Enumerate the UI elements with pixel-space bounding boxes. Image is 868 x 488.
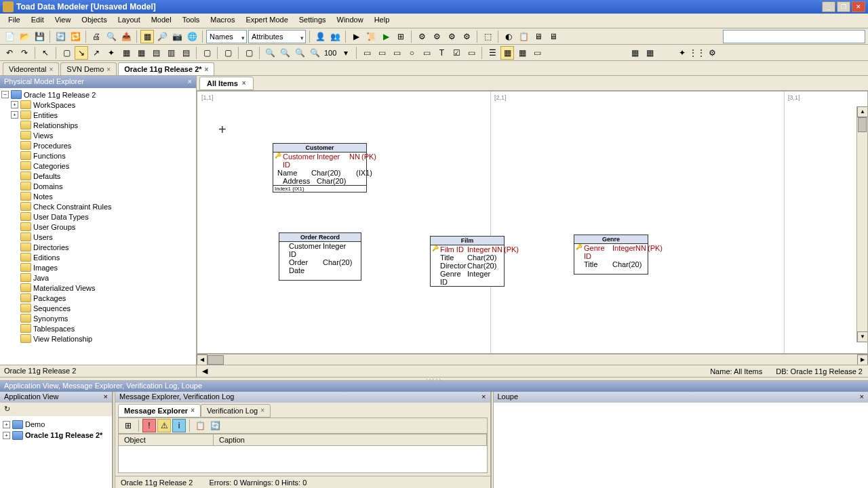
tab-message-explorer[interactable]: Message Explorer× (118, 404, 201, 418)
zoom-fit-icon[interactable]: 🔍 (293, 46, 307, 60)
warning-filter-icon[interactable]: ⚠ (157, 419, 171, 432)
relation7-icon[interactable]: ▥ (164, 46, 178, 60)
menu-layout[interactable]: Layout (113, 14, 146, 28)
menu-objects[interactable]: Objects (76, 14, 112, 28)
pointer-icon[interactable]: ↖ (39, 46, 52, 60)
layer3-icon[interactable]: ▦ (515, 46, 529, 60)
run-icon[interactable]: ▶ (349, 30, 363, 43)
tree-item[interactable]: Synonyms (1, 313, 195, 323)
new-icon[interactable]: 📄 (3, 30, 16, 43)
save-icon[interactable]: 💾 (33, 30, 46, 43)
message-grid[interactable]: Object Caption (118, 434, 488, 473)
model-tab-videorental[interactable]: Videorental× (3, 62, 59, 75)
tree-item[interactable]: Sequences (1, 303, 195, 313)
close-icon[interactable]: × (205, 66, 209, 73)
tool4-icon[interactable]: ⚙ (460, 30, 473, 43)
refresh-icon[interactable]: ↻ (4, 405, 10, 413)
tree-item[interactable]: Tablespaces (1, 323, 195, 333)
tree-item[interactable]: Procedures (1, 140, 195, 150)
export-icon[interactable]: 📤 (119, 30, 133, 43)
tree-toggle[interactable]: + (3, 421, 10, 428)
close-icon[interactable]: × (191, 407, 195, 415)
relation6-icon[interactable]: ▤ (149, 46, 163, 60)
zoom-dropdown-icon[interactable]: ▾ (339, 46, 353, 60)
relation2-icon[interactable]: ↗ (90, 46, 103, 60)
sync-icon[interactable]: 🔁 (68, 30, 82, 43)
menu-tools[interactable]: Tools (177, 14, 205, 28)
align3-icon[interactable]: ▭ (390, 46, 403, 60)
panel2-icon[interactable]: ▦ (643, 46, 656, 60)
tree-item[interactable]: Notes (1, 191, 195, 201)
entity-order-record[interactable]: Order Record Customer IDInteger Order Da… (279, 232, 361, 281)
panel-close-icon[interactable]: × (188, 77, 192, 87)
tree-item[interactable]: Packages (1, 293, 195, 303)
tab-verification-log[interactable]: Verification Log× (201, 404, 271, 418)
tool1-icon[interactable]: ⚙ (415, 30, 429, 43)
grid-icon[interactable]: ▦ (140, 30, 154, 43)
entity-film[interactable]: Film 🔑Film IDIntegerNN(PK) TitleChar(20)… (430, 236, 505, 287)
tool7-icon[interactable]: 📋 (517, 30, 530, 43)
msg-tool2-icon[interactable]: 📋 (193, 419, 207, 432)
horizontal-scrollbar[interactable]: ◀ ▶ (197, 354, 868, 365)
redo-icon[interactable]: ↷ (18, 46, 31, 60)
relation5-icon[interactable]: ▦ (134, 46, 148, 60)
user-icon[interactable]: 👤 (313, 30, 327, 43)
tool3-icon[interactable]: ⚙ (445, 30, 458, 43)
entity-customer[interactable]: Customer 🔑Customer IDIntegerNN(PK) NameC… (273, 143, 367, 192)
tree-toggle[interactable]: + (3, 432, 10, 439)
close-icon[interactable]: × (106, 66, 111, 73)
panel5-icon[interactable]: ⚙ (705, 46, 719, 60)
tree-item[interactable]: Check Constraint Rules (1, 201, 195, 211)
layer4-icon[interactable]: ▭ (530, 46, 544, 60)
model-tab-svn-demo[interactable]: SVN Demo× (60, 62, 117, 75)
error-filter-icon[interactable]: ! (142, 419, 156, 432)
shape1-icon[interactable]: ▢ (200, 46, 214, 60)
layout-icon[interactable]: ⊞ (394, 30, 408, 43)
check-icon[interactable]: ☑ (450, 46, 463, 60)
tree-item[interactable]: Categories (1, 161, 195, 171)
entity-genre[interactable]: Genre 🔑Genre IDIntegerNN(PK) TitleChar(2… (574, 235, 648, 274)
align4-icon[interactable]: ○ (405, 46, 418, 60)
search-input[interactable] (723, 30, 865, 43)
menu-window[interactable]: Window (332, 14, 369, 28)
menu-edit[interactable]: Edit (26, 14, 50, 28)
menu-settings[interactable]: Settings (294, 14, 332, 28)
tree-item[interactable]: View Relationship (1, 333, 195, 344)
tool8-icon[interactable]: 🖥 (532, 30, 545, 43)
align2-icon[interactable]: ▭ (375, 46, 389, 60)
relation8-icon[interactable]: ▤ (179, 46, 193, 60)
tree-item[interactable]: Directories (1, 242, 195, 252)
tree-toggle[interactable]: + (11, 101, 18, 108)
tree-item[interactable]: +WorkSpaces (1, 100, 195, 110)
tree-item[interactable]: Relationships (1, 120, 195, 130)
layer2-icon[interactable]: ▦ (500, 46, 514, 60)
panel3-icon[interactable]: ✦ (675, 46, 689, 60)
camera-icon[interactable]: 📷 (170, 30, 184, 43)
tree-item[interactable]: Editions (1, 252, 195, 262)
vertical-scrollbar[interactable]: ▲ ▼ (856, 106, 867, 342)
close-button[interactable]: ✕ (852, 1, 865, 12)
tool6-icon[interactable]: ◐ (502, 30, 515, 43)
open-icon[interactable]: 📂 (18, 30, 31, 43)
entity-icon[interactable]: ▢ (60, 46, 73, 60)
tree-item[interactable]: Domains (1, 181, 195, 191)
zoom-out-icon[interactable]: 🔍 (278, 46, 292, 60)
model-tab-oracle[interactable]: Oracle 11g Release 2*× (118, 62, 214, 75)
col-caption[interactable]: Caption (214, 434, 487, 445)
tree-item[interactable]: Users (1, 232, 195, 242)
relation4-icon[interactable]: ▦ (119, 46, 133, 60)
align5-icon[interactable]: ▭ (420, 46, 433, 60)
panel-close-icon[interactable]: × (481, 392, 486, 402)
align1-icon[interactable]: ▭ (360, 46, 374, 60)
zoom-in-icon[interactable]: 🔍 (263, 46, 277, 60)
tree-toggle[interactable]: + (11, 111, 18, 119)
canvas-tab-all-items[interactable]: All Items× (199, 77, 254, 90)
attributes-combo[interactable]: Attributes (248, 30, 306, 43)
close-icon[interactable]: × (242, 79, 246, 87)
text-icon[interactable]: T (435, 46, 448, 60)
tree-item[interactable]: Java (1, 272, 195, 283)
col-object[interactable]: Object (119, 434, 214, 445)
msg-tool-icon[interactable]: ⊞ (121, 419, 135, 432)
tree-item[interactable]: Images (1, 262, 195, 272)
tree-item[interactable]: User Data Types (1, 211, 195, 222)
